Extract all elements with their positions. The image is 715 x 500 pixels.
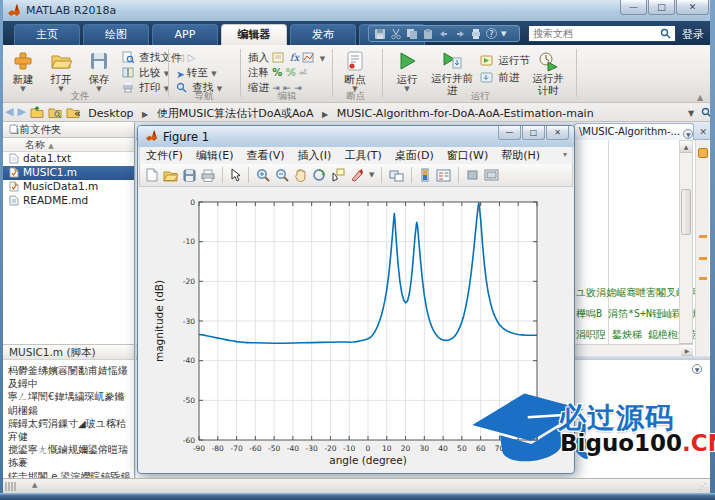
figure-canvas[interactable]: -90-80-70-60-50-40-30-20-100102030405060… (139, 187, 573, 473)
breadcrumb-folder1[interactable]: 使用MUSIC算法估计DoA或AoA (157, 107, 314, 120)
open-button[interactable]: 打开▼ (44, 48, 78, 92)
run-advance-button[interactable]: 运行并前进 (430, 48, 474, 96)
up-folder-icon[interactable] (30, 106, 44, 118)
file-row-README.md[interactable]: README.md (3, 194, 134, 208)
find-files-button[interactable]: 查找文件 (122, 51, 181, 65)
print-button[interactable]: 打印 ▼ (122, 81, 169, 95)
print-figure-icon[interactable] (201, 169, 215, 182)
insert-legend-icon[interactable] (436, 169, 451, 182)
scroll-up-icon[interactable]: ▲ (680, 141, 692, 153)
undock-figure-icon[interactable] (484, 169, 499, 181)
qat-dropdown-icon[interactable]: ▼ (501, 30, 506, 38)
insert-fx-icon[interactable]: fx (290, 52, 299, 63)
lint-summary-indicator[interactable] (698, 148, 708, 158)
breadcrumb-folder2[interactable]: MUSIC-Algorithm-for-DoA-AoA-Estimation-m… (337, 107, 594, 120)
comment-row[interactable]: 注释 % %̸ ⏎ (248, 66, 307, 80)
tab-close-icon[interactable]: ✕ (699, 127, 707, 137)
ribbon-tab-APP[interactable]: APP (152, 24, 218, 45)
ribbon-tab-绘图[interactable]: 绘图 (83, 24, 149, 45)
brush-dropdown-icon[interactable]: ▼ (369, 171, 374, 179)
new-figure-icon[interactable] (145, 168, 158, 182)
close-button[interactable]: ✕ (676, 0, 709, 15)
zoom-out-icon[interactable] (275, 168, 289, 182)
pane-menu-icon[interactable]: ▼ (692, 364, 702, 374)
lint-mark[interactable] (699, 235, 707, 238)
pan-tool-icon[interactable] (294, 168, 307, 182)
save-figure-icon[interactable] (183, 169, 196, 182)
nav-forward-icon[interactable]: ▶ (17, 105, 25, 118)
pointer-tool-icon[interactable] (230, 168, 241, 182)
nav-back-icon[interactable]: ◀ (5, 105, 13, 118)
status-grip[interactable] (5, 482, 16, 491)
editor-tab-music1[interactable]: \MUSIC-Algorithm-... ▼ ✕ (574, 123, 694, 140)
tab-dropdown-icon[interactable]: ▼ (683, 129, 693, 139)
figure-minimize-button[interactable]: — (498, 126, 521, 140)
editor-vscrollbar[interactable]: ▲ ▼ (679, 140, 693, 356)
figure-menu-item[interactable]: 插入(I) (298, 148, 332, 164)
ribbon-tab-编辑器[interactable]: 编辑器 (221, 24, 287, 45)
breakpoints-button[interactable]: 断点▼ (338, 48, 372, 92)
insert-row[interactable]: 插入 fx ▼ (248, 51, 325, 65)
redo-icon[interactable] (454, 28, 466, 40)
ribbon-tab-发布[interactable]: 发布 (290, 24, 356, 45)
ribbon-tab-主页[interactable]: 主页 (14, 24, 80, 45)
scroll-thumb[interactable] (681, 189, 691, 235)
figure-menu-item[interactable]: 工具(T) (344, 148, 381, 164)
dock-figure-icon[interactable] (466, 169, 479, 181)
save-button[interactable]: 保存▼ (82, 48, 116, 92)
print-icon[interactable] (470, 28, 482, 40)
figure-window[interactable]: Figure 1 — □ ✕ 文件(F)编辑(E)查看(V)插入(I)工具(T)… (137, 125, 575, 474)
help-icon[interactable]: ? (486, 28, 497, 39)
compare-button[interactable]: 比较 ▼ (122, 66, 169, 80)
figure-menu-item[interactable]: 编辑(E) (196, 148, 234, 164)
name-column-header[interactable]: 名称 ▲ (3, 138, 134, 152)
link-plot-icon[interactable] (389, 169, 404, 182)
insert-section-icon[interactable] (272, 52, 284, 65)
figure-menu-item[interactable]: 窗口(W) (447, 148, 488, 164)
figure-menu-item[interactable]: 查看(V) (246, 148, 284, 164)
save-icon[interactable] (374, 28, 386, 40)
resize-grip[interactable]: ⋰ (698, 482, 705, 491)
zoom-in-icon[interactable] (256, 168, 270, 182)
details-header[interactable]: MUSIC1.m (脚本) (3, 344, 134, 360)
new-script-button[interactable]: 新建▼ (6, 48, 40, 92)
wrap-comment-icon[interactable]: ⏎ (299, 68, 307, 78)
maximize-button[interactable]: □ (648, 0, 675, 15)
current-folder-header[interactable]: 当前文件夹 (3, 122, 134, 138)
figure-menu-item[interactable]: 帮助(H) (501, 148, 540, 164)
search-input[interactable] (528, 25, 676, 42)
figure-menu-item[interactable]: 桌面(D) (395, 148, 434, 164)
run-section-button[interactable]: 运行节 (480, 54, 530, 68)
copy-icon[interactable] (406, 28, 418, 40)
sign-in-link[interactable]: 登录 (682, 27, 704, 42)
file-row-MusicData1.m[interactable]: MusicData1.m (3, 180, 134, 194)
figure-title-bar[interactable]: Figure 1 — □ ✕ (138, 126, 574, 147)
title-bar[interactable]: MATLAB R2018a — □ ✕ (0, 0, 715, 21)
undo-icon[interactable] (438, 28, 450, 40)
goto-button[interactable]: ➤转至 ▼ (176, 66, 217, 80)
paste-icon[interactable] (422, 28, 434, 40)
breadcrumb-desktop[interactable]: Desktop (88, 107, 133, 120)
lint-mark[interactable] (699, 257, 707, 260)
open-file-icon[interactable] (163, 169, 178, 182)
uncomment-icon[interactable]: %̸ (286, 67, 296, 78)
advance-button[interactable]: 前进 (480, 71, 519, 85)
data-cursor-icon[interactable] (331, 168, 345, 182)
comment-icon[interactable]: % (272, 67, 282, 78)
search-icon[interactable] (660, 28, 671, 39)
insert-chart-icon[interactable] (302, 52, 314, 65)
file-row-MUSIC1.m[interactable]: MUSIC1.m (3, 166, 134, 180)
ribbon-collapse-icon[interactable]: ▲ (697, 93, 703, 102)
figure-close-button[interactable]: ✕ (546, 126, 569, 140)
menu-overflow-icon[interactable]: ▾ (563, 150, 567, 159)
cut-icon[interactable] (390, 28, 402, 40)
lint-mark[interactable] (699, 277, 707, 280)
rotate3d-tool-icon[interactable] (312, 168, 326, 182)
run-button[interactable]: 运行▼ (390, 48, 424, 92)
details-collapse-icon[interactable]: ▲ (32, 481, 37, 489)
scroll-right-icon[interactable]: ▶ (681, 345, 693, 356)
brush-tool-icon[interactable] (350, 168, 364, 182)
insert-colorbar-icon[interactable] (419, 168, 431, 182)
figure-menu-item[interactable]: 文件(F) (146, 148, 183, 164)
breadcrumb[interactable]: « Desktop ▶ 使用MUSIC算法估计DoA或AoA ▶ MUSIC-A… (74, 106, 594, 121)
